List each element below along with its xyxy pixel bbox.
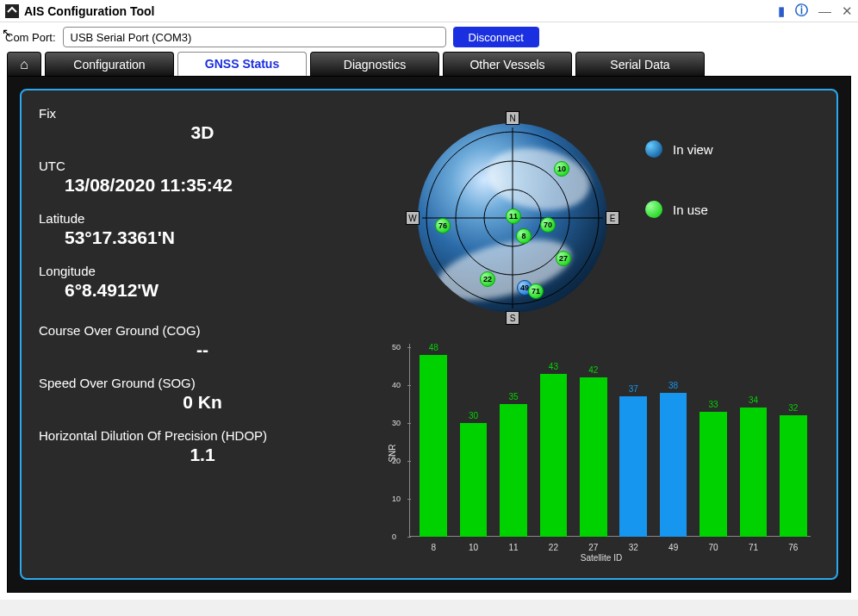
satellite-marker: 8 <box>516 228 532 244</box>
chart-bar-column: 3471 <box>736 347 770 537</box>
utc-label: UTC <box>39 159 366 173</box>
chart-bar-value: 35 <box>508 392 518 401</box>
chart-bar: 30 <box>460 423 488 537</box>
window-title: AIS Configuration Tool <box>24 4 154 18</box>
compass-s: S <box>506 311 519 325</box>
chart-bar-value: 42 <box>588 365 598 375</box>
com-port-label: Com Port: <box>5 31 56 44</box>
satellite-marker: 11 <box>506 208 521 224</box>
latitude-value: 53°17.3361'N <box>39 227 366 248</box>
info-icon[interactable]: ⓘ <box>795 3 808 19</box>
chart-ytick: 50 <box>392 343 401 352</box>
chart-bar-category: 27 <box>588 543 598 552</box>
chart-ytick: 30 <box>392 419 401 427</box>
satellite-marker: 27 <box>556 251 571 266</box>
satellite-marker: 70 <box>540 217 556 233</box>
legend: In view In use <box>645 140 713 218</box>
compass-e: E <box>606 211 619 225</box>
app-icon <box>5 4 19 18</box>
longitude-value: 6°8.4912'W <box>39 280 366 301</box>
chart-bar-category: 71 <box>749 543 758 552</box>
chart-bar-value: 33 <box>708 400 718 409</box>
chart-bar-column: 4322 <box>536 347 570 537</box>
chart-bar: 33 <box>699 412 727 537</box>
chart-ytick: 10 <box>392 495 401 503</box>
chart-bar-column: 3849 <box>656 347 690 537</box>
help-book-icon[interactable]: ▮ <box>778 3 785 19</box>
chart-bar: 34 <box>740 408 768 537</box>
toolbar: Com Port: USB Serial Port (COM3) Disconn… <box>0 22 858 52</box>
longitude-label: Longitude <box>39 264 366 278</box>
tab-configuration[interactable]: Configuration <box>45 52 174 76</box>
chart-bar-category: 76 <box>788 543 798 552</box>
satellite-skyplot: N S E W 10761170827224971 <box>401 106 625 330</box>
latitude-label: Latitude <box>39 211 366 226</box>
satellite-marker: 22 <box>480 271 495 287</box>
satellite-marker: 10 <box>554 161 569 177</box>
tab-serial-data[interactable]: Serial Data <box>575 52 705 76</box>
satellite-marker: 76 <box>435 218 451 233</box>
satellite-marker: 71 <box>528 283 544 299</box>
chart-bar: 43 <box>540 374 568 537</box>
chart-xlabel: Satellite ID <box>581 553 622 563</box>
cog-value: -- <box>39 339 366 360</box>
chart-bar: 37 <box>619 396 647 537</box>
chart-ytick: 0 <box>392 532 396 541</box>
chart-bar-category: 70 <box>708 543 718 552</box>
chart-bar-category: 8 <box>431 543 436 552</box>
chart-bar-column: 3010 <box>456 347 490 537</box>
chart-bar-category: 32 <box>629 543 638 552</box>
chart-bar-value: 34 <box>749 395 758 405</box>
legend-label-inview: In view <box>673 142 713 157</box>
chart-bar-value: 43 <box>549 362 558 371</box>
chart-bar-category: 49 <box>668 543 678 552</box>
com-port-value: USB Serial Port (COM3) <box>71 31 192 44</box>
chart-bar-column: 3732 <box>616 347 650 537</box>
com-port-select[interactable]: USB Serial Port (COM3) <box>63 27 446 47</box>
fix-label: Fix <box>39 106 366 121</box>
chart-bar: 35 <box>500 404 527 537</box>
chart-bar-column: 3370 <box>696 347 731 537</box>
close-button[interactable]: ✕ <box>842 3 853 19</box>
status-fields: Fix 3D UTC 13/08/2020 11:35:42 Latitude … <box>39 106 366 563</box>
fix-value: 3D <box>39 122 366 143</box>
tab-other-vessels[interactable]: Other Vessels <box>443 52 572 76</box>
chart-bar: 32 <box>780 415 807 537</box>
chart-bar-column: 3511 <box>496 347 531 537</box>
cog-label: Course Over Ground (COG) <box>39 323 366 338</box>
chart-bar-value: 48 <box>429 343 438 352</box>
disconnect-button[interactable]: Disconnect <box>453 27 539 47</box>
legend-dot-inview <box>645 140 662 158</box>
titlebar: AIS Configuration Tool ▮ ⓘ — ✕ <box>0 0 858 22</box>
chart-bar: 38 <box>660 393 687 537</box>
legend-label-inuse: In use <box>673 202 708 217</box>
chart-bar-category: 22 <box>549 543 558 552</box>
chart-bar: 48 <box>420 355 447 537</box>
compass-n: N <box>506 111 519 125</box>
chart-bar-value: 37 <box>629 384 638 394</box>
chart-bar-column: 4227 <box>576 347 611 537</box>
home-icon: ⌂ <box>20 57 28 72</box>
chart-ytick: 20 <box>392 457 401 465</box>
hdop-value: 1.1 <box>39 445 366 465</box>
legend-dot-inuse <box>645 201 662 218</box>
chart-bar-value: 30 <box>469 411 478 420</box>
chart-bar-column: 488 <box>416 347 451 537</box>
chart-bar-category: 11 <box>508 543 518 552</box>
tab-gnss-status[interactable]: GNSS Status <box>177 52 307 76</box>
snr-chart: SNR Satellite ID 01020304050 48830103511… <box>383 344 819 563</box>
sog-value: 0 Kn <box>39 392 366 413</box>
minimize-button[interactable]: — <box>818 3 831 18</box>
tabstrip: ⌂ Configuration GNSS Status Diagnostics … <box>0 52 858 76</box>
chart-ytick: 40 <box>392 381 401 389</box>
chart-bar-column: 3276 <box>776 347 811 537</box>
sog-label: Speed Over Ground (SOG) <box>39 376 366 390</box>
gnss-panel: Fix 3D UTC 13/08/2020 11:35:42 Latitude … <box>20 89 838 580</box>
tab-diagnostics[interactable]: Diagnostics <box>310 52 439 76</box>
utc-value: 13/08/2020 11:35:42 <box>39 175 366 196</box>
chart-bar: 42 <box>580 377 607 537</box>
hdop-label: Horizontal Dilution Of Precision (HDOP) <box>39 428 366 443</box>
tab-home[interactable]: ⌂ <box>7 52 41 76</box>
chart-bar-value: 32 <box>788 403 798 413</box>
compass-w: W <box>406 211 420 225</box>
